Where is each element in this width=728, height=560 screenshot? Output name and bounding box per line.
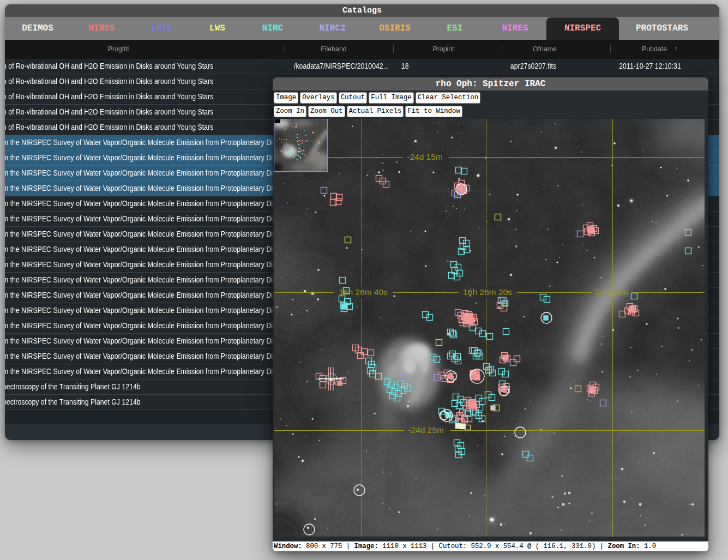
svg-text:-24d 15m: -24d 15m [407,152,442,161]
svg-text:16h 26m 40s: 16h 26m 40s [339,287,388,297]
svg-text:16h 26m: 16h 26m [595,287,628,297]
svg-text:-24d 25m: -24d 25m [408,425,443,435]
svg-text:16h 26m 20s: 16h 26m 20s [463,287,512,297]
